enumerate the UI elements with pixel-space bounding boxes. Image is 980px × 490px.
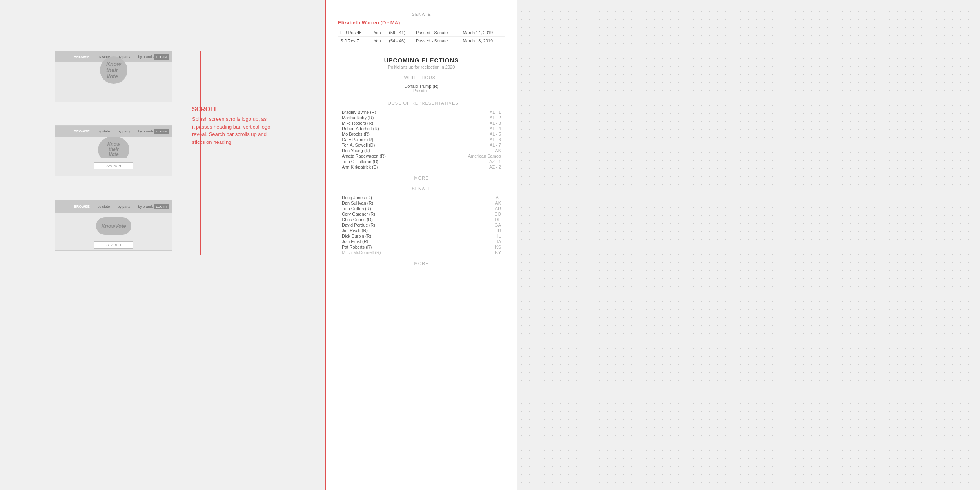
wireframe-1: BROWSE by state by party by brands LOG I… bbox=[55, 51, 172, 102]
house-members-list: Bradley Byrne (R) AL - 1 Martha Roby (R)… bbox=[338, 109, 505, 170]
senate-member-state-8: IL bbox=[497, 234, 501, 238]
house-member-state-2: AL - 2 bbox=[490, 115, 501, 120]
tally-2: (54 - 46) bbox=[387, 37, 414, 45]
wireframe-3: BROWSE by state by party by brands LOG I… bbox=[55, 200, 172, 251]
senate-member-state-5: DE bbox=[495, 217, 501, 222]
browse-label-2: BROWSE bbox=[74, 129, 90, 133]
vote-row-2[interactable]: S.J Res 7 Yea (54 - 46) Passed - Senate … bbox=[338, 37, 505, 45]
tally-1: (59 - 41) bbox=[387, 29, 414, 37]
login-button-1[interactable]: LOG IN bbox=[154, 54, 169, 60]
house-member-state-9: American Samoa bbox=[468, 154, 501, 158]
result-1: Passed - Senate bbox=[414, 29, 461, 37]
wireframe-2-logo: KnowtheirVote bbox=[55, 137, 172, 158]
senate-member-4[interactable]: Cory Gardner (R) CO bbox=[338, 211, 505, 217]
search-bar-2[interactable]: SEARCH bbox=[94, 162, 133, 169]
senate-member-state-10: KS bbox=[495, 245, 501, 249]
house-member-6[interactable]: Gary Palmer (R) AL - 6 bbox=[338, 137, 505, 142]
senate-member-5[interactable]: Chris Coons (D) DE bbox=[338, 217, 505, 222]
senate-more-button[interactable]: MORE bbox=[338, 261, 505, 266]
house-member-11[interactable]: Ann Kirkpatrick (D) AZ - 2 bbox=[338, 164, 505, 170]
senate-member-2[interactable]: Dan Sullivan (R) AK bbox=[338, 200, 505, 206]
wireframe-3-logo: KnowVote bbox=[55, 216, 172, 236]
search-label-3: SEARCH bbox=[106, 243, 121, 247]
by-brands-link-2[interactable]: by brands bbox=[138, 129, 154, 133]
by-brands-link-3[interactable]: by brands bbox=[138, 205, 154, 209]
senate-member-6[interactable]: David Perdue (R) GA bbox=[338, 222, 505, 228]
house-member-9[interactable]: Amata Radewagen (R) American Samoa bbox=[338, 153, 505, 159]
senate-member-state-3: AR bbox=[495, 206, 501, 211]
browse-label-1: BROWSE bbox=[74, 55, 90, 59]
senate-member-name-6: David Perdue (R) bbox=[342, 223, 375, 227]
house-member-name-9: Amata Radewagen (R) bbox=[342, 154, 386, 158]
wireframe-1-logo: KnowtheirVote bbox=[55, 62, 172, 90]
president-name[interactable]: Donald Trump (R) bbox=[338, 84, 505, 89]
page-background: BROWSE by state by party by brands LOG I… bbox=[0, 0, 980, 490]
house-member-10[interactable]: Tom O'Halleran (D) AZ - 1 bbox=[338, 159, 505, 164]
senate-member-state-4: CO bbox=[495, 212, 501, 216]
by-state-link-2[interactable]: by state bbox=[98, 129, 110, 133]
vote-val-1: Yea bbox=[371, 29, 387, 37]
president-block: Donald Trump (R) President bbox=[338, 84, 505, 93]
senate-member-name-1: Doug Jones (D) bbox=[342, 195, 372, 200]
senate-member-9[interactable]: Joni Ernst (R) IA bbox=[338, 239, 505, 244]
house-more-label: MORE bbox=[414, 176, 429, 180]
house-member-name-6: Gary Palmer (R) bbox=[342, 137, 373, 142]
senate-member-name-11: Mitch McConnell (R) bbox=[342, 250, 381, 255]
house-member-state-8: AK bbox=[495, 148, 501, 153]
senate-member-state-6: GA bbox=[495, 223, 501, 227]
senate-member-10[interactable]: Pat Roberts (R) KS bbox=[338, 244, 505, 250]
house-member-name-2: Martha Roby (R) bbox=[342, 115, 374, 120]
senator-name[interactable]: Elizabeth Warren (D - MA) bbox=[338, 20, 505, 25]
scroll-title: SCROLL bbox=[192, 106, 270, 113]
by-state-link-3[interactable]: by state bbox=[98, 205, 110, 209]
date-1: March 14, 2019 bbox=[461, 29, 505, 37]
senate-member-name-2: Dan Sullivan (R) bbox=[342, 201, 373, 205]
senate-member-name-7: Jim Risch (R) bbox=[342, 228, 368, 233]
house-member-state-3: AL - 3 bbox=[490, 121, 501, 125]
login-button-3[interactable]: LOG IN bbox=[154, 204, 169, 209]
by-party-link-3[interactable]: by party bbox=[118, 205, 130, 209]
president-title: President bbox=[338, 89, 505, 93]
house-member-state-1: AL - 1 bbox=[490, 110, 501, 114]
senate-top-label: SENATE bbox=[338, 12, 505, 16]
house-member-name-5: Mo Brooks (R) bbox=[342, 132, 370, 136]
senate-member-state-1: AL bbox=[496, 195, 501, 200]
date-2: March 13, 2019 bbox=[461, 37, 505, 45]
house-heading: HOUSE OF REPRESENTATIVES bbox=[338, 101, 505, 105]
house-more-button[interactable]: MORE bbox=[338, 176, 505, 180]
search-bar-3[interactable]: SEARCH bbox=[94, 241, 133, 249]
house-member-state-4: AL - 4 bbox=[490, 126, 501, 131]
senate-member-11[interactable]: Mitch McConnell (R) KY bbox=[338, 250, 505, 255]
senate-member-state-2: AK bbox=[495, 201, 501, 205]
house-member-1[interactable]: Bradley Byrne (R) AL - 1 bbox=[338, 109, 505, 115]
senate-member-name-10: Pat Roberts (R) bbox=[342, 245, 372, 249]
senate-member-8[interactable]: Dick Durbin (R) IL bbox=[338, 233, 505, 239]
senate-member-state-7: ID bbox=[497, 228, 501, 233]
senate-member-7[interactable]: Jim Risch (R) ID bbox=[338, 228, 505, 233]
vote-val-2: Yea bbox=[371, 37, 387, 45]
red-divider-line bbox=[200, 51, 201, 255]
senate-member-3[interactable]: Tom Cotton (R) AR bbox=[338, 206, 505, 211]
senate-member-1[interactable]: Doug Jones (D) AL bbox=[338, 195, 505, 200]
house-member-3[interactable]: Mike Rogers (R) AL - 3 bbox=[338, 120, 505, 126]
right-dotted-area bbox=[517, 0, 980, 490]
senate-member-name-3: Tom Cotton (R) bbox=[342, 206, 371, 211]
by-party-link-2[interactable]: by party bbox=[118, 129, 130, 133]
house-member-name-7: Teri A. Sewell (D) bbox=[342, 143, 375, 147]
house-member-2[interactable]: Martha Roby (R) AL - 2 bbox=[338, 115, 505, 120]
house-member-7[interactable]: Teri A. Sewell (D) AL - 7 bbox=[338, 142, 505, 148]
bill-num-2: S.J Res 7 bbox=[338, 37, 371, 45]
vote-row-1[interactable]: H.J Res 46 Yea (59 - 41) Passed - Senate… bbox=[338, 29, 505, 37]
wireframe-2: BROWSE by state by party by brands LOG I… bbox=[55, 125, 172, 176]
house-member-8[interactable]: Don Young (R) AK bbox=[338, 148, 505, 153]
logo-text-1: KnowtheirVote bbox=[106, 61, 121, 80]
senate-member-name-8: Dick Durbin (R) bbox=[342, 234, 371, 238]
house-member-name-10: Tom O'Halleran (D) bbox=[342, 159, 379, 164]
senate-more-label: MORE bbox=[414, 261, 429, 266]
house-member-5[interactable]: Mo Brooks (R) AL - 5 bbox=[338, 131, 505, 137]
house-member-name-11: Ann Kirkpatrick (D) bbox=[342, 165, 378, 169]
house-member-4[interactable]: Robert Aderholt (R) AL - 4 bbox=[338, 126, 505, 131]
result-2: Passed - Senate bbox=[414, 37, 461, 45]
by-brands-link-1[interactable]: by brands bbox=[138, 55, 154, 59]
login-button-2[interactable]: LOG IN bbox=[154, 129, 169, 134]
